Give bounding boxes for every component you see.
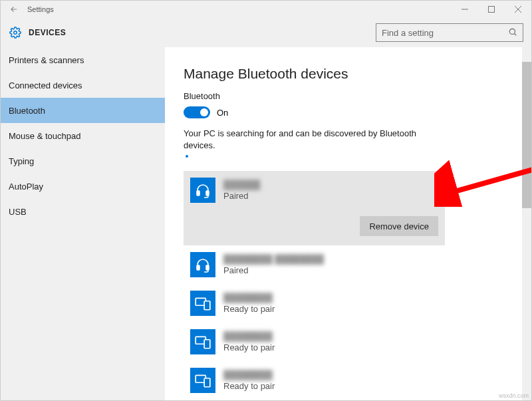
device-status: Paired: [223, 265, 324, 275]
search-icon: [508, 27, 517, 39]
sidebar-item-connected[interactable]: Connected devices: [1, 72, 165, 98]
toggle-state: On: [217, 108, 228, 118]
device-item-2[interactable]: ████████ Ready to pair: [184, 284, 531, 323]
svg-rect-9: [197, 265, 200, 270]
device-name: ████████: [223, 370, 275, 380]
annotation-arrow: [434, 127, 532, 207]
device-name: ██████: [223, 180, 260, 190]
svg-line-6: [514, 33, 516, 35]
sidebar-item-bluetooth[interactable]: Bluetooth: [1, 98, 165, 123]
svg-point-5: [509, 29, 515, 34]
maximize-button[interactable]: [478, 1, 505, 18]
watermark: wsxdn.com: [499, 392, 529, 399]
device-name: ████████: [223, 293, 275, 303]
window-title: Settings: [27, 5, 54, 13]
svg-rect-7: [197, 191, 200, 196]
svg-rect-1: [489, 7, 495, 13]
device-item-1[interactable]: ████████ ████████ Paired: [184, 245, 531, 284]
device-icon: [190, 368, 215, 393]
device-name: ████████: [223, 331, 275, 341]
svg-rect-10: [206, 265, 209, 270]
device-name: ████████ ████████: [223, 254, 324, 264]
sidebar-item-mouse[interactable]: Mouse & touchpad: [1, 123, 165, 148]
sidebar-item-printers[interactable]: Printers & scanners: [1, 47, 165, 72]
device-icon: [190, 291, 215, 316]
headset-icon: [190, 178, 215, 203]
gear-icon: [9, 26, 22, 39]
titlebar: Settings: [1, 1, 531, 18]
page-title: Manage Bluetooth devices: [184, 66, 531, 82]
remove-device-button[interactable]: Remove device: [360, 216, 438, 236]
scroll-thumb[interactable]: [522, 62, 531, 208]
sidebar-item-typing[interactable]: Typing: [1, 148, 165, 174]
svg-rect-8: [206, 191, 209, 196]
sidebar: Printers & scanners Connected devices Bl…: [1, 47, 165, 401]
device-icon: [190, 329, 215, 354]
svg-rect-14: [204, 340, 210, 348]
bluetooth-label: Bluetooth: [184, 91, 531, 101]
content: Manage Bluetooth devices Bluetooth On Yo…: [165, 47, 531, 401]
svg-point-4: [14, 31, 17, 35]
device-status: Ready to pair: [223, 342, 275, 352]
device-item-0[interactable]: ██████ Paired Remove device: [184, 171, 445, 245]
search-input[interactable]: Find a setting: [376, 23, 523, 42]
sidebar-item-autoplay[interactable]: AutoPlay: [1, 174, 165, 199]
header: DEVICES Find a setting: [1, 18, 531, 47]
device-status: Ready to pair: [223, 381, 275, 391]
device-item-3[interactable]: ████████ Ready to pair: [184, 323, 531, 361]
back-button[interactable]: [7, 3, 21, 16]
svg-rect-12: [204, 301, 210, 310]
close-button[interactable]: [505, 1, 531, 18]
svg-rect-16: [204, 378, 210, 387]
device-status: Paired: [223, 191, 260, 201]
device-status: Ready to pair: [223, 304, 275, 314]
headset-icon: [190, 252, 215, 277]
svg-line-17: [448, 134, 532, 194]
sidebar-item-usb[interactable]: USB: [1, 199, 165, 224]
scrollbar[interactable]: [522, 47, 531, 401]
window-controls: [452, 1, 531, 18]
search-note: Your PC is searching for and can be disc…: [184, 128, 423, 151]
spinner-icon: [186, 155, 188, 158]
header-title: DEVICES: [29, 28, 66, 37]
bluetooth-toggle[interactable]: [184, 106, 210, 118]
search-placeholder: Find a setting: [382, 28, 434, 38]
minimize-button[interactable]: [452, 1, 478, 18]
toggle-knob: [200, 108, 208, 116]
device-item-4[interactable]: ████████ Ready to pair: [184, 361, 531, 400]
